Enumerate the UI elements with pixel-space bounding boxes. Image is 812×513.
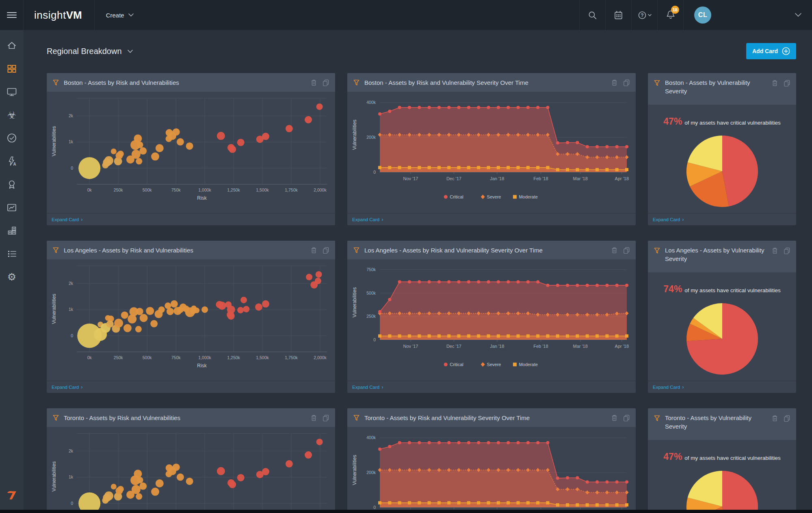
chevron-right-icon: ›: [81, 217, 82, 222]
delete-card-icon[interactable]: [311, 79, 317, 86]
help-menu-button[interactable]: ?: [631, 0, 657, 30]
top-bar: insightVM Create ? 18 CL: [0, 0, 812, 30]
sidebar-item-vulnerabilities[interactable]: ☣: [6, 109, 17, 121]
chevron-right-icon: ›: [81, 384, 82, 390]
svg-text:750k: 750k: [366, 267, 376, 272]
expand-card-link[interactable]: Expand Card›: [52, 384, 82, 390]
sidebar-item-dashboards[interactable]: [6, 63, 17, 74]
sidebar-item-management[interactable]: [6, 248, 17, 259]
card-body: 0k250k500k750k1,000k1,250k1,500k1,750k2,…: [47, 259, 335, 381]
svg-text:Jan '18: Jan '18: [490, 344, 504, 349]
sidebar-item-home[interactable]: [6, 40, 17, 51]
delete-card-icon[interactable]: [611, 79, 617, 86]
svg-text:500k: 500k: [143, 188, 152, 192]
card-header: Los Angeles - Assets by Risk and Vulnera…: [347, 241, 636, 259]
card-header: Boston - Assets by Risk and Vulnerabilit…: [47, 73, 335, 92]
svg-text:200k: 200k: [366, 470, 376, 475]
expand-card-link[interactable]: Expand Card›: [352, 217, 383, 222]
delete-card-icon[interactable]: [772, 247, 778, 254]
card-body: 0250k500k750kNov '17Dec '17Jan '18Feb '1…: [347, 259, 636, 381]
filter-funnel-icon[interactable]: [52, 414, 59, 421]
sidebar-item-containers[interactable]: [6, 225, 17, 236]
avatar[interactable]: CL: [694, 6, 711, 24]
logo-text-bold: VM: [66, 9, 82, 22]
sidebar-item-settings[interactable]: ⚙: [6, 271, 17, 282]
chevron-right-icon: ›: [381, 217, 383, 222]
copy-card-icon[interactable]: [623, 79, 630, 86]
dashboard-grid: Boston - Assets by Risk and Vulnerabilit…: [47, 73, 796, 513]
svg-text:0: 0: [71, 166, 73, 170]
svg-text:1k: 1k: [69, 139, 74, 144]
sidebar-item-console[interactable]: [6, 86, 17, 97]
copy-card-icon[interactable]: [623, 247, 630, 254]
filter-funnel-icon[interactable]: [52, 79, 59, 86]
delete-card-icon[interactable]: [611, 247, 617, 254]
card-losangeles-pie: Los Angeles - Assets by Vulnerability Se…: [648, 241, 796, 393]
copy-card-icon[interactable]: [623, 414, 630, 421]
svg-text:1,000k: 1,000k: [198, 188, 211, 192]
delete-card-icon[interactable]: [311, 414, 317, 421]
notification-badge: 18: [671, 6, 679, 14]
copy-card-icon[interactable]: [323, 79, 329, 86]
copy-card-icon[interactable]: [323, 414, 329, 421]
card-title: Los Angeles - Assets by Vulnerability Se…: [665, 246, 767, 263]
svg-text:400k: 400k: [366, 100, 376, 105]
copy-card-icon[interactable]: [784, 80, 790, 86]
horizontal-scrollbar[interactable]: [0, 510, 812, 513]
user-menu[interactable]: CL: [683, 0, 812, 30]
sidebar-item-goals[interactable]: [6, 179, 17, 190]
copy-card-icon[interactable]: [323, 247, 329, 254]
card-title: Los Angeles - Assets by Risk and Vulnera…: [64, 247, 306, 254]
gear-icon: ⚙: [7, 272, 16, 282]
svg-text:2,000k: 2,000k: [314, 188, 327, 192]
expand-card-link[interactable]: Expand Card›: [653, 384, 684, 390]
calendar-icon: [614, 11, 623, 20]
dashboard-selector-chevron-icon[interactable]: [128, 50, 133, 53]
create-menu-button[interactable]: Create: [95, 0, 145, 30]
delete-card-icon[interactable]: [772, 415, 778, 422]
svg-text:200k: 200k: [366, 135, 376, 140]
expand-card-link[interactable]: Expand Card›: [653, 217, 684, 222]
svg-text:?: ?: [641, 12, 643, 18]
copy-card-icon[interactable]: [784, 415, 790, 422]
card-footer: Expand Card›: [47, 213, 335, 225]
svg-text:1k: 1k: [69, 474, 74, 479]
svg-text:750k: 750k: [171, 355, 181, 360]
filter-funnel-icon[interactable]: [654, 247, 660, 254]
notifications-button[interactable]: 18: [657, 0, 683, 30]
pie-caption: 47%of my assets have critical vulnerabil…: [661, 450, 783, 464]
delete-card-icon[interactable]: [611, 414, 617, 421]
delete-card-icon[interactable]: [772, 80, 778, 86]
sidebar-item-automation[interactable]: A: [6, 155, 17, 167]
pie-caption: 74%of my assets have critical vulnerabil…: [661, 282, 783, 296]
card-boston-scatter: Boston - Assets by Risk and Vulnerabilit…: [47, 73, 335, 225]
filter-funnel-icon[interactable]: [353, 79, 360, 86]
add-card-button[interactable]: Add Card: [746, 43, 796, 59]
svg-text:Vulnerabilities: Vulnerabilities: [51, 461, 57, 491]
copy-card-icon[interactable]: [784, 247, 790, 254]
hamburger-menu-button[interactable]: [0, 0, 24, 30]
svg-text:Risk: Risk: [197, 363, 207, 369]
pie-caption: 47%of my assets have critical vulnerabil…: [661, 114, 783, 129]
delete-card-icon[interactable]: [311, 247, 317, 254]
filter-funnel-icon[interactable]: [654, 415, 660, 422]
calendar-button[interactable]: [605, 0, 631, 30]
chart-box-icon: [6, 202, 17, 213]
chevron-down-icon[interactable]: [795, 13, 801, 17]
sidebar-item-reports[interactable]: [6, 202, 17, 213]
filter-funnel-icon[interactable]: [654, 80, 660, 86]
award-ribbon-icon: [6, 179, 17, 190]
lightning-a-icon: A: [6, 156, 17, 166]
svg-text:0k: 0k: [87, 355, 92, 360]
expand-card-link[interactable]: Expand Card›: [352, 384, 383, 390]
filter-funnel-icon[interactable]: [353, 414, 360, 421]
filter-funnel-icon[interactable]: [353, 247, 360, 254]
expand-card-link[interactable]: Expand Card›: [52, 217, 82, 222]
card-toronto-over-time: Toronto - Assets by Risk and Vulnerabili…: [347, 408, 636, 513]
sidebar-item-policies[interactable]: [6, 132, 17, 144]
chevron-right-icon: ›: [682, 217, 684, 222]
search-button[interactable]: [579, 0, 605, 30]
svg-text:0: 0: [373, 170, 376, 175]
card-body: 47%of my assets have critical vulnerabil…: [648, 105, 796, 213]
filter-funnel-icon[interactable]: [52, 247, 59, 254]
